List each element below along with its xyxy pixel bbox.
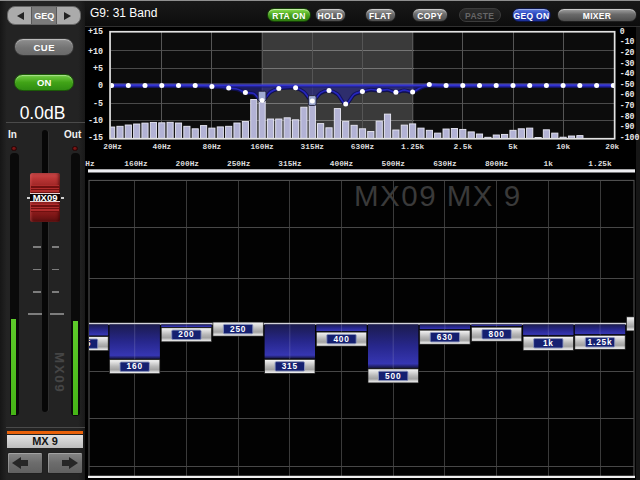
svg-text:-10: -10 [88, 116, 103, 126]
svg-text:250: 250 [230, 324, 246, 334]
svg-text:0: 0 [620, 27, 625, 36]
svg-text:800: 800 [488, 329, 504, 339]
svg-text:-70: -70 [620, 101, 635, 110]
svg-text:500Hz: 500Hz [381, 160, 405, 168]
svg-text:+10: +10 [88, 47, 103, 57]
svg-text:-30: -30 [620, 59, 635, 68]
svg-text:800Hz: 800Hz [485, 160, 509, 168]
svg-text:1.25k: 1.25k [401, 143, 425, 151]
svg-text:-80: -80 [620, 112, 635, 121]
svg-text:-15: -15 [88, 133, 103, 143]
svg-text:-40: -40 [620, 69, 635, 78]
svg-text:40Hz: 40Hz [153, 143, 172, 151]
svg-text:-10: -10 [620, 37, 635, 46]
svg-text:125Hz: 125Hz [85, 160, 95, 168]
svg-text:-5: -5 [93, 99, 103, 109]
svg-text:315Hz: 315Hz [278, 160, 302, 168]
svg-text:5k: 5k [508, 143, 518, 151]
svg-text:1.25k: 1.25k [588, 160, 612, 168]
svg-text:-100: -100 [620, 133, 640, 142]
svg-text:+15: +15 [88, 27, 103, 37]
svg-text:160Hz: 160Hz [124, 160, 148, 168]
svg-text:400: 400 [333, 334, 349, 344]
svg-text:1k: 1k [543, 338, 554, 348]
svg-text:315Hz: 315Hz [301, 143, 325, 151]
svg-text:1.25k: 1.25k [588, 337, 613, 347]
svg-text:200: 200 [178, 329, 194, 339]
svg-text:1k: 1k [544, 160, 554, 168]
svg-text:20k: 20k [605, 143, 619, 151]
svg-text:500: 500 [385, 371, 401, 381]
svg-text:-20: -20 [620, 48, 635, 57]
svg-text:80Hz: 80Hz [203, 143, 222, 151]
svg-text:0: 0 [98, 81, 103, 91]
svg-text:125: 125 [85, 338, 91, 348]
svg-text:315: 315 [282, 361, 298, 371]
svg-text:20Hz: 20Hz [103, 143, 122, 151]
svg-text:630Hz: 630Hz [351, 143, 375, 151]
svg-text:400Hz: 400Hz [330, 160, 354, 168]
svg-text:MX09 MX 9: MX09 MX 9 [354, 179, 522, 212]
svg-text:-50: -50 [620, 80, 635, 89]
svg-text:160: 160 [127, 361, 143, 371]
svg-text:-60: -60 [620, 90, 635, 99]
svg-text:250Hz: 250Hz [227, 160, 251, 168]
svg-text:160Hz: 160Hz [250, 143, 274, 151]
svg-text:10k: 10k [556, 143, 570, 151]
svg-text:630: 630 [437, 332, 453, 342]
svg-text:2.5k: 2.5k [453, 143, 472, 151]
svg-text:+5: +5 [93, 64, 103, 74]
svg-text:-90: -90 [620, 122, 635, 131]
svg-text:630Hz: 630Hz [433, 160, 457, 168]
svg-text:200Hz: 200Hz [176, 160, 200, 168]
